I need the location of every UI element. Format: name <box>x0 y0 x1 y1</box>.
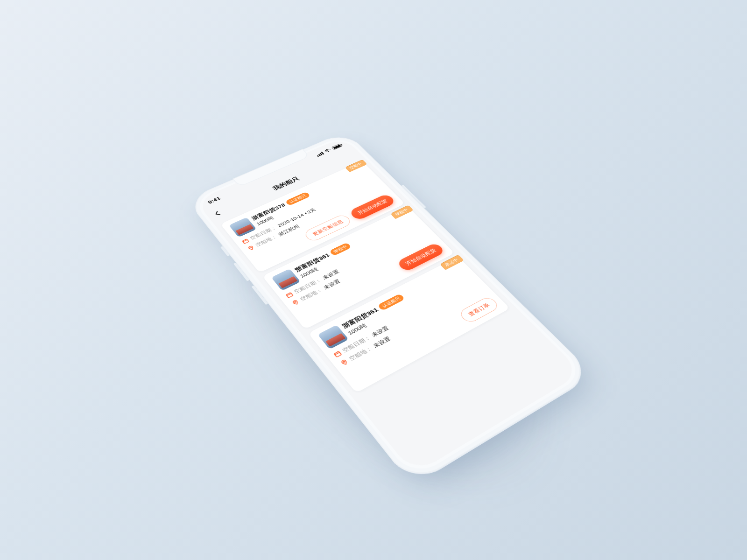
empty-date-label: 空船日期： <box>341 334 373 354</box>
wifi-icon <box>324 148 332 153</box>
svg-line-12 <box>335 353 335 354</box>
svg-line-6 <box>287 294 291 296</box>
location-icon <box>339 358 349 366</box>
calendar-icon <box>333 350 343 358</box>
verify-badge: 认证船只 <box>377 294 405 311</box>
ship-tonnage: 1000吨 <box>346 300 411 337</box>
empty-loc-label: 空船地： <box>299 287 324 303</box>
svg-line-8 <box>289 293 289 294</box>
battery-icon <box>331 144 342 150</box>
calendar-icon <box>241 238 250 244</box>
back-button[interactable] <box>212 210 223 217</box>
svg-line-11 <box>335 352 339 355</box>
ship-thumbnail <box>317 325 349 350</box>
location-icon <box>247 245 255 251</box>
svg-line-7 <box>287 294 287 295</box>
chevron-left-icon <box>212 210 223 217</box>
status-time: 9:41 <box>206 196 221 205</box>
mockup-scene: 9:41 我的船只 空船中 <box>0 0 747 560</box>
svg-line-13 <box>337 351 338 352</box>
cellular-icon <box>316 152 324 157</box>
svg-rect-5 <box>286 293 293 298</box>
view-order-button[interactable]: 查看订单 <box>458 295 500 324</box>
calendar-icon <box>285 292 294 299</box>
empty-loc-value: 未设置 <box>372 335 393 350</box>
ship-name: 浙富阳货361 <box>341 307 380 330</box>
svg-line-3 <box>246 239 246 239</box>
empty-date-value: 未设置 <box>370 325 390 339</box>
svg-point-9 <box>294 301 296 302</box>
svg-line-2 <box>243 240 243 240</box>
svg-point-4 <box>250 247 252 248</box>
svg-rect-10 <box>334 351 342 357</box>
ship-thumbnail <box>271 269 301 291</box>
empty-loc-label: 空船地： <box>347 345 374 362</box>
svg-point-14 <box>343 361 345 363</box>
location-icon <box>291 299 300 306</box>
